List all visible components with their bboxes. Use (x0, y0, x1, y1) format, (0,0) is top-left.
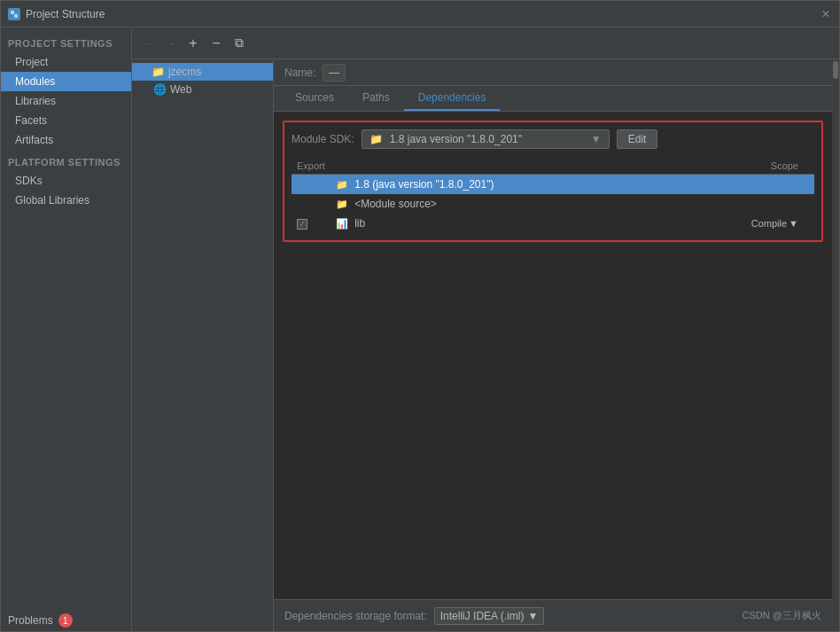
module-sdk-label: Module SDK: (292, 133, 354, 145)
problems-badge: 1 (58, 613, 73, 628)
module-item-jzecms[interactable]: ▼ 📁 jzecms (132, 63, 273, 81)
dependencies-table: Export Scope (292, 158, 814, 233)
dep-name-cell: 📁 1.8 (java version "1.8.0_201") (331, 175, 683, 195)
sidebar: Project Settings Project Modules Librari… (1, 27, 132, 631)
scroll-cell (804, 214, 814, 233)
scope-dropdown[interactable]: Compile ▼ (751, 218, 798, 229)
name-value: — (323, 64, 346, 82)
back-button[interactable]: ← (139, 34, 159, 53)
scope-cell: Compile ▼ (683, 214, 804, 233)
jdk-folder-icon: 📁 (336, 179, 348, 191)
window-title: Project Structure (26, 8, 814, 20)
sidebar-item-global-libraries[interactable]: Global Libraries (1, 191, 131, 210)
scroll-strip (832, 59, 839, 631)
sidebar-item-project[interactable]: Project (1, 52, 131, 72)
copy-module-button[interactable]: ⧉ (229, 34, 249, 53)
platform-settings-section: Platform Settings (1, 150, 131, 171)
name-col-header (331, 158, 683, 175)
lib-checkbox[interactable]: ✓ (297, 219, 307, 230)
sidebar-item-sdks[interactable]: SDKs (1, 171, 131, 191)
main-content: Project Settings Project Modules Librari… (1, 27, 839, 631)
scope-cell (683, 194, 804, 214)
close-button[interactable]: ✕ (820, 8, 832, 20)
dep-name-cell: 📁 <Module source> (331, 194, 683, 214)
watermark: CSDN @三月枫火 (743, 609, 821, 622)
table-row[interactable]: 📁 <Module source> (292, 194, 814, 214)
module-source-icon: 📁 (336, 199, 348, 210)
name-label: Name: (284, 66, 315, 79)
right-panel: ← → + − ⧉ ▼ 📁 jzecms 🌐 (132, 27, 839, 631)
sidebar-item-problems[interactable]: Problems 1 (1, 610, 131, 631)
storage-dropdown[interactable]: IntelliJ IDEA (.iml) ▼ (434, 607, 545, 625)
module-list: ▼ 📁 jzecms 🌐 Web (132, 59, 274, 631)
storage-arrow-icon: ▼ (527, 610, 538, 622)
dep-label: <Module source> (354, 198, 437, 210)
export-cell (292, 194, 331, 214)
bottom-left: Dependencies storage format: IntelliJ ID… (284, 607, 544, 625)
storage-value: IntelliJ IDEA (.iml) (440, 610, 525, 622)
scroll-cell (804, 175, 814, 195)
table-row[interactable]: ✓ 📊 lib Compile (292, 214, 814, 233)
sidebar-item-libraries[interactable]: Libraries (1, 91, 131, 111)
storage-label: Dependencies storage format: (284, 610, 427, 622)
dep-label: lib (354, 217, 365, 230)
web-icon: 🌐 (153, 83, 167, 96)
content-area: ▼ 📁 jzecms 🌐 Web Name: — (132, 59, 839, 631)
module-sdk-row: Module SDK: 📁 1.8 java version "1.8.0_20… (292, 129, 814, 149)
module-item-web[interactable]: 🌐 Web (132, 81, 273, 98)
sidebar-item-facets[interactable]: Facets (1, 111, 131, 130)
problems-label: Problems (8, 614, 53, 627)
sdk-value: 1.8 java version "1.8.0_201" (390, 133, 522, 145)
edit-button[interactable]: Edit (617, 129, 658, 149)
export-cell (292, 175, 331, 195)
sdk-folder-icon: 📁 (369, 133, 383, 145)
tab-sources[interactable]: Sources (281, 86, 348, 111)
export-col-header: Export (292, 158, 331, 175)
sdk-dropdown-arrow-icon: ▼ (591, 133, 602, 145)
scroll-col (804, 158, 814, 175)
sdk-dropdown[interactable]: 📁 1.8 java version "1.8.0_201" ▼ (362, 129, 610, 149)
tabs: Sources Paths Dependencies (274, 86, 832, 112)
name-bar: Name: — (274, 59, 832, 86)
scope-arrow-icon: ▼ (789, 218, 798, 229)
dep-label: 1.8 (java version "1.8.0_201") (354, 178, 494, 191)
tab-paths[interactable]: Paths (348, 86, 404, 111)
scope-cell (683, 175, 804, 195)
export-cell: ✓ (292, 214, 331, 233)
module-toolbar: ← → + − ⧉ (132, 27, 839, 59)
lib-icon: 📊 (336, 218, 348, 230)
scroll-thumb[interactable] (833, 61, 838, 79)
module-detail: Name: — Sources Paths Dependencies (274, 59, 832, 631)
add-module-button[interactable]: + (183, 34, 203, 53)
sidebar-item-modules[interactable]: Modules (1, 72, 131, 91)
scope-value: Compile (751, 218, 787, 229)
bottom-bar: Dependencies storage format: IntelliJ ID… (274, 599, 832, 631)
svg-rect-0 (11, 11, 14, 14)
scope-col-header: Scope (683, 158, 804, 175)
folder-icon: 📁 (152, 66, 165, 78)
project-settings-section: Project Settings (1, 31, 131, 52)
dependencies-panel: Module SDK: 📁 1.8 java version "1.8.0_20… (274, 112, 832, 599)
forward-button[interactable]: → (160, 34, 180, 53)
module-child-name: Web (170, 83, 191, 96)
deps-inner: Module SDK: 📁 1.8 java version "1.8.0_20… (283, 121, 823, 242)
window-icon (8, 8, 20, 20)
table-header-row: Export Scope (292, 158, 814, 175)
collapse-arrow-icon: ▼ (139, 67, 148, 77)
project-structure-window: Project Structure ✕ Project Settings Pro… (0, 0, 840, 632)
title-bar: Project Structure ✕ (1, 1, 839, 27)
scroll-cell (804, 194, 814, 214)
tab-dependencies[interactable]: Dependencies (404, 86, 501, 111)
remove-module-button[interactable]: − (206, 34, 226, 53)
module-name: jzecms (168, 66, 201, 78)
dep-name-cell: 📊 lib (331, 214, 683, 233)
sidebar-item-artifacts[interactable]: Artifacts (1, 130, 131, 150)
nav-arrows: ← → (139, 34, 180, 53)
table-row[interactable]: 📁 1.8 (java version "1.8.0_201") (292, 175, 814, 195)
svg-rect-1 (14, 14, 18, 18)
